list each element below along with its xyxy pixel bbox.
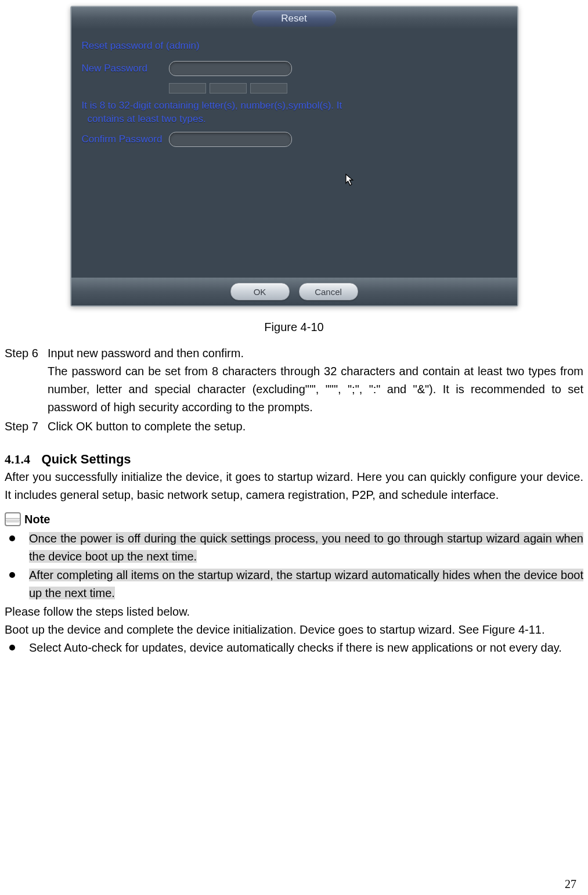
step-7-label: Step 7 <box>5 418 48 436</box>
strength-box-3 <box>250 83 287 94</box>
new-password-input[interactable] <box>169 61 292 76</box>
dialog-body: Reset password of (admin) New Password I… <box>71 30 517 278</box>
step-6-line-2: The password can be set from 8 character… <box>48 362 583 416</box>
note-bullet-2: After completing all items on the startu… <box>5 566 583 602</box>
step-6-label: Step 6 <box>5 344 48 416</box>
section-heading: 4.1.4 Quick Settings <box>5 452 583 467</box>
dialog-heading: Reset password of (admin) <box>82 39 507 53</box>
step-6-text: Input new password and then confirm. The… <box>48 344 583 416</box>
note-row: Note <box>5 512 583 526</box>
note-icon <box>5 512 21 526</box>
confirm-password-input[interactable] <box>169 132 292 147</box>
dialog-figure: Reset Reset password of (admin) New Pass… <box>5 6 583 307</box>
confirm-password-row: Confirm Password <box>82 132 507 147</box>
new-password-row: New Password <box>82 61 507 76</box>
strength-box-2 <box>210 83 247 94</box>
note-label: Note <box>24 513 50 526</box>
password-strength-meter <box>169 83 507 94</box>
step-7: Step 7 Click OK button to complete the s… <box>5 418 583 436</box>
page: Reset Reset password of (admin) New Pass… <box>0 0 588 895</box>
cursor-icon <box>345 174 356 186</box>
password-hint: It is 8 to 32-digit containing letter(s)… <box>82 99 507 126</box>
strength-box-1 <box>169 83 206 94</box>
step-6: Step 6 Input new password and then confi… <box>5 344 583 416</box>
note-bullet-1: Once the power is off during the quick s… <box>5 530 583 566</box>
step-6-line-1: Input new password and then confirm. <box>48 344 583 362</box>
new-password-label: New Password <box>82 63 169 74</box>
note-bullets: Once the power is off during the quick s… <box>5 530 583 602</box>
dialog-title: Reset <box>252 10 336 27</box>
section-intro: After you successfully initialize the de… <box>5 468 583 504</box>
step-7-text: Click OK button to complete the setup. <box>48 418 583 436</box>
followup-bullet: Select Auto-check for updates, device au… <box>5 639 583 657</box>
note-bullet-1-text: Once the power is off during the quick s… <box>29 532 583 563</box>
cancel-button[interactable]: Cancel <box>299 283 358 300</box>
dialog-titlebar: Reset <box>71 7 517 30</box>
hint-line-2: contains at least two types. <box>82 113 507 126</box>
page-number: 27 <box>565 878 576 891</box>
note-bullet-2-text: After completing all items on the startu… <box>29 569 583 599</box>
reset-dialog: Reset Reset password of (admin) New Pass… <box>70 6 518 307</box>
figure-caption: Figure 4-10 <box>5 321 583 334</box>
followup-line-1: Please follow the steps listed below. <box>5 603 583 621</box>
section-title: Quick Settings <box>42 452 131 466</box>
confirm-password-label: Confirm Password <box>82 134 169 145</box>
followup-bullets: Select Auto-check for updates, device au… <box>5 639 583 657</box>
ok-button[interactable]: OK <box>230 283 290 300</box>
followup-line-2: Boot up the device and complete the devi… <box>5 621 583 639</box>
section-number: 4.1.4 <box>5 452 30 466</box>
hint-line-1: It is 8 to 32-digit containing letter(s)… <box>82 100 342 111</box>
dialog-footer: OK Cancel <box>71 278 517 305</box>
